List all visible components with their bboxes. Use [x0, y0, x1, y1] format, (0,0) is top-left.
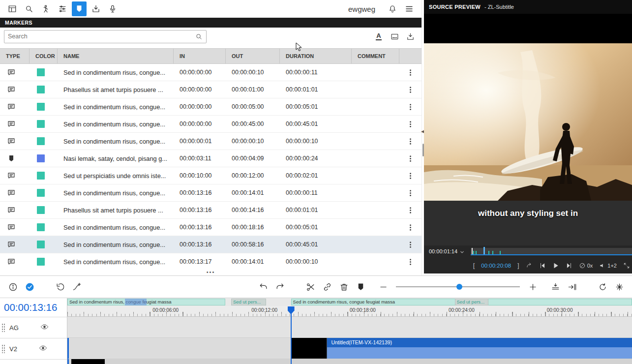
track-header-v2[interactable]: V2 [0, 338, 67, 359]
search-input[interactable] [8, 33, 195, 40]
insert-clip-icon[interactable] [548, 280, 562, 294]
import-markers-icon[interactable] [405, 31, 416, 42]
playhead-timecode[interactable]: 00:00:13:16 [0, 298, 67, 317]
link-icon[interactable] [320, 280, 334, 294]
mark-out-button[interactable]: ] [517, 262, 519, 269]
curve-add-icon[interactable] [70, 280, 84, 294]
panel-resize-handle[interactable]: ••• [0, 269, 421, 275]
video-viewport[interactable] [424, 43, 632, 201]
column-in[interactable]: IN [174, 49, 226, 63]
redo-icon[interactable] [273, 280, 287, 294]
audio-channels-control[interactable]: 1+2 [599, 262, 617, 269]
column-duration[interactable]: DURATION [280, 49, 352, 63]
subtitle-track[interactable]: Sed in condimentum risus, congue feugiat… [67, 298, 632, 306]
row-menu-button[interactable] [399, 219, 421, 236]
column-name[interactable]: NAME [58, 49, 174, 63]
fullscreen-icon[interactable] [623, 262, 630, 269]
transport-timecode[interactable]: 00:00:20:08 [481, 263, 511, 269]
search-input-icon[interactable] [195, 33, 203, 40]
zoom-out-icon[interactable] [376, 280, 390, 294]
subtitle-view-icon[interactable] [389, 31, 400, 42]
previous-frame-icon[interactable] [539, 262, 546, 269]
subtitle-clip[interactable]: Sed in condimentum risus, congue feugiat… [67, 299, 225, 305]
export-icon[interactable] [89, 1, 103, 16]
column-type[interactable]: TYPE [0, 49, 30, 63]
timeline-ruler[interactable]: 00:00:06:00 00:00:12:00 00:00:18:00 00:0… [67, 306, 632, 317]
row-menu-button[interactable] [399, 253, 421, 269]
table-row[interactable]: Phasellus sit amet turpis posuere ... 00… [0, 81, 421, 98]
match-frame-icon[interactable] [526, 262, 533, 269]
row-menu-button[interactable] [399, 167, 421, 184]
color-chip[interactable] [37, 241, 45, 248]
row-menu-button[interactable] [399, 236, 421, 253]
table-row[interactable]: Sed in condimentum risus, congue... 00:0… [0, 236, 421, 253]
sparkle-icon[interactable] [612, 280, 626, 294]
scrubber-playhead[interactable] [483, 247, 485, 255]
cut-icon[interactable] [303, 280, 317, 294]
layout-grid-icon[interactable] [5, 1, 20, 16]
info-icon[interactable] [6, 280, 20, 294]
play-icon[interactable] [552, 262, 559, 269]
color-chip[interactable] [37, 68, 45, 76]
track-visibility-eye-icon[interactable] [39, 344, 47, 354]
mark-in-button[interactable]: [ [473, 262, 475, 269]
track-header-partial[interactable] [0, 359, 67, 364]
search-icon[interactable] [22, 1, 36, 16]
notifications-bell-icon[interactable] [385, 1, 400, 16]
table-row[interactable]: Nasi lemak, satay, cendol, pisang g... 0… [0, 150, 421, 167]
track-visibility-eye-icon[interactable] [40, 323, 49, 333]
microphone-icon[interactable] [105, 1, 120, 16]
overwrite-clip-icon[interactable] [565, 280, 579, 294]
zoom-slider-handle[interactable] [456, 284, 462, 290]
column-comment[interactable]: COMMENT [352, 49, 399, 63]
color-chip[interactable] [37, 206, 45, 214]
row-menu-button[interactable] [399, 116, 421, 132]
table-row[interactable]: Sed in condimentum risus, congue... 00:0… [0, 64, 421, 81]
color-chip[interactable] [37, 172, 45, 180]
row-menu-button[interactable] [399, 184, 421, 201]
color-chip[interactable] [37, 258, 45, 266]
subtitle-clip[interactable]: Sed ut pers... [231, 299, 266, 305]
playback-speed-control[interactable]: 0x [579, 262, 593, 269]
track-drag-handle[interactable] [1, 344, 5, 353]
color-chip[interactable] [37, 86, 45, 93]
table-row[interactable]: Sed in condimentum risus, congue... 00:0… [0, 253, 421, 269]
menu-hamburger-icon[interactable] [402, 1, 417, 16]
subtitle-clip-selection[interactable] [125, 299, 147, 305]
video-clip[interactable]: Untitled(ITEM-VX-142139) [292, 338, 632, 359]
text-style-icon[interactable]: A [373, 31, 384, 42]
effects-icon[interactable] [38, 1, 53, 16]
table-row[interactable]: Phasellus sit amet turpis posuere ... 00… [0, 202, 421, 219]
row-menu-button[interactable] [399, 98, 421, 115]
table-row[interactable]: Sed in condimentum risus, congue... 00:0… [0, 184, 421, 202]
color-chip[interactable] [37, 103, 45, 111]
undo-icon[interactable] [256, 280, 270, 294]
row-menu-button[interactable] [399, 202, 421, 218]
column-color[interactable]: COLOR [30, 49, 58, 63]
track-header-ag[interactable]: AG [0, 317, 67, 338]
preview-position-timecode[interactable]: 00:00:01:14 [429, 248, 457, 254]
row-menu-button[interactable] [399, 64, 421, 81]
table-row[interactable]: Sed in condimentum risus, congue... 00:0… [0, 98, 421, 116]
color-chip[interactable] [37, 154, 45, 162]
subtitle-clip[interactable]: Sed ut pers... [455, 299, 489, 305]
table-row[interactable]: Sed ut perspiciatis unde omnis iste... 0… [0, 167, 421, 184]
preview-scrubber[interactable] [471, 248, 632, 255]
search-box[interactable] [4, 30, 207, 43]
color-chip[interactable] [37, 223, 45, 231]
column-out[interactable]: OUT [226, 49, 280, 63]
sync-icon[interactable] [596, 280, 609, 294]
delete-icon[interactable] [337, 280, 351, 294]
track-lane-ag[interactable] [67, 317, 632, 338]
select-check-icon[interactable] [23, 280, 36, 294]
next-frame-icon[interactable] [566, 262, 572, 269]
table-row[interactable]: Sed in condimentum risus, congue... 00:0… [0, 219, 421, 236]
row-menu-button[interactable] [399, 81, 421, 98]
zoom-in-icon[interactable] [526, 280, 540, 294]
color-chip[interactable] [37, 189, 45, 197]
row-menu-button[interactable] [399, 133, 421, 150]
track-lane-partial[interactable] [67, 359, 632, 364]
history-icon[interactable] [53, 280, 67, 294]
color-chip[interactable] [37, 137, 45, 145]
chevron-down-icon[interactable] [460, 247, 464, 256]
